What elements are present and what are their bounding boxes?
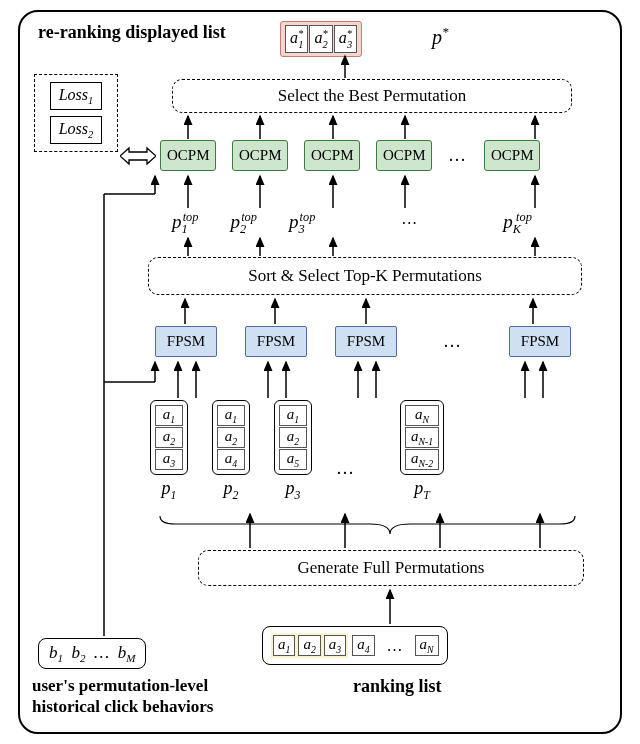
rank-item: a3	[324, 635, 346, 656]
ellipsis: …	[336, 423, 354, 479]
ellipsis: …	[448, 145, 468, 166]
perm-id: p3	[286, 478, 301, 502]
ranking-list-label: ranking list	[353, 676, 442, 697]
ocpm-block: OCPM	[304, 140, 360, 171]
perm-id: pT	[414, 478, 430, 502]
output-list: a*1 a*2 a*3	[280, 21, 362, 57]
ellipsis: …	[425, 331, 481, 352]
perm-item: a3	[155, 449, 183, 470]
perm-col: aN aN-1 aN-2 pT	[400, 400, 444, 502]
svg-marker-0	[120, 148, 156, 164]
perm-item: aN	[405, 405, 439, 426]
perm-item: aN-2	[405, 449, 439, 470]
rerank-label: re-ranking displayed list	[38, 22, 226, 43]
perm-item: aN-1	[405, 427, 439, 448]
rank-item: a4	[352, 635, 374, 656]
fpsm-row: FPSM FPSM FPSM … FPSM	[155, 326, 571, 357]
perm-item: a1	[217, 405, 245, 426]
perm-item: a4	[217, 449, 245, 470]
generate-perms-box: Generate Full Permutations	[198, 550, 584, 586]
p-top: pKtop	[503, 210, 532, 237]
p-top-row: p1top p2top p3top … pKtop	[172, 210, 532, 237]
ocpm-row: OCPM OCPM OCPM OCPM … OCPM	[160, 140, 540, 171]
select-best-box: Select the Best Permutation	[172, 79, 572, 113]
fpsm-block: FPSM	[335, 326, 397, 357]
ocpm-block: OCPM	[232, 140, 288, 171]
output-item: a*3	[334, 25, 357, 53]
perm-col: a1 a2 a3 p1	[150, 400, 188, 502]
perm-item: a5	[279, 449, 307, 470]
perm-stack: a1 a2 a5	[274, 400, 312, 475]
history-box: b1 b2 … bM	[38, 638, 146, 669]
p-top: p2top	[230, 210, 256, 237]
ocpm-block: OCPM	[160, 140, 216, 171]
ranking-highlight: a1 a2 a3	[271, 633, 348, 658]
perm-item: a1	[155, 405, 183, 426]
output-item: a*2	[309, 25, 332, 53]
loss-group: Loss1 Loss2	[34, 74, 118, 152]
ocpm-block: OCPM	[376, 140, 432, 171]
loss-1: Loss1	[50, 82, 103, 110]
fpsm-block: FPSM	[155, 326, 217, 357]
rank-item: aN	[415, 635, 439, 656]
output-item: a*1	[285, 25, 308, 53]
sort-select-box: Sort & Select Top-K Permutations	[148, 257, 582, 295]
p-top: p3top	[289, 210, 315, 237]
ellipsis: …	[401, 210, 417, 237]
fpsm-block: FPSM	[245, 326, 307, 357]
perm-item: a2	[217, 427, 245, 448]
perm-id: p1	[162, 478, 177, 502]
perm-item: a2	[155, 427, 183, 448]
perm-item: a2	[279, 427, 307, 448]
perm-row: a1 a2 a3 p1 a1 a2 a4 p2 a1 a2 a5 p3 … aN…	[150, 400, 444, 502]
bidirectional-arrow-icon	[120, 145, 156, 167]
perm-id: p2	[224, 478, 239, 502]
perm-stack: a1 a2 a4	[212, 400, 250, 475]
ellipsis: …	[379, 637, 411, 655]
ranking-list-box: a1 a2 a3 a4 … aN	[262, 626, 448, 665]
output-p-star: p*	[432, 24, 449, 49]
loss-2: Loss2	[50, 116, 103, 144]
perm-stack: aN aN-1 aN-2	[400, 400, 444, 475]
rank-item: a1	[273, 635, 295, 656]
perm-item: a1	[279, 405, 307, 426]
p-top: p1top	[172, 210, 198, 237]
fpsm-block: FPSM	[509, 326, 571, 357]
history-label: user's permutation-levelhistorical click…	[32, 675, 213, 718]
rank-item: a2	[298, 635, 320, 656]
perm-stack: a1 a2 a3	[150, 400, 188, 475]
perm-col: a1 a2 a4 p2	[212, 400, 250, 502]
perm-col: a1 a2 a5 p3	[274, 400, 312, 502]
ocpm-block: OCPM	[484, 140, 540, 171]
